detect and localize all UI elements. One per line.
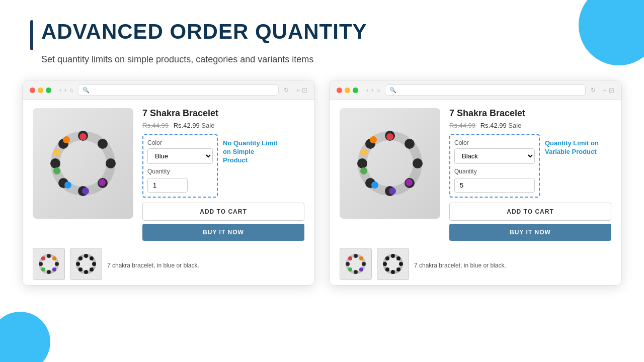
product-main-1: 7 Shakra Bracelet Rs.44.99 Rs.42.99 Sale… xyxy=(33,108,304,241)
svg-point-48 xyxy=(389,188,396,195)
menu-icon[interactable]: ⊡ xyxy=(302,86,307,94)
thumbnail-2b[interactable] xyxy=(377,248,409,280)
browser-toolbar-1: ‹ › ⌂ 🔍 ↻ + ⊡ xyxy=(23,80,314,100)
search-icon-2: 🔍 xyxy=(389,87,396,94)
product-price-2: Rs.44.99 Rs.42.99 Sale xyxy=(449,122,611,129)
browser-toolbar-actions-1: + ⊡ xyxy=(296,86,307,94)
svg-point-31 xyxy=(90,256,94,260)
add-cart-button-1[interactable]: ADD TO CART xyxy=(142,203,304,221)
svg-point-23 xyxy=(41,267,45,272)
browser-addressbar-1[interactable]: 🔍 xyxy=(78,84,279,96)
thumbnails-row-2: 7 chakra bracelet, in blue or black. xyxy=(340,248,611,280)
svg-point-24 xyxy=(52,267,56,272)
svg-point-57 xyxy=(348,267,352,272)
dot-yellow-2[interactable] xyxy=(345,87,350,93)
svg-point-53 xyxy=(346,262,350,266)
thumbnail-1a[interactable] xyxy=(33,248,65,280)
svg-point-62 xyxy=(383,262,387,266)
menu-icon-2[interactable]: ⊡ xyxy=(609,86,614,94)
dot-green-2[interactable] xyxy=(353,87,358,93)
svg-point-61 xyxy=(391,270,395,274)
buy-now-button-2[interactable]: BUY IT NOW xyxy=(449,224,611,241)
product-info-1: 7 Shakra Bracelet Rs.44.99 Rs.42.99 Sale… xyxy=(142,108,304,241)
svg-point-27 xyxy=(84,270,88,274)
price-sale-1: Rs.42.99 xyxy=(174,122,200,129)
svg-point-19 xyxy=(39,262,43,266)
new-tab-icon-2[interactable]: + xyxy=(603,86,607,94)
home-icon-2[interactable]: ⌂ xyxy=(376,86,380,94)
color-label-1: Color xyxy=(147,139,213,146)
svg-point-66 xyxy=(385,267,389,272)
product-page-1: 7 Shakra Bracelet Rs.44.99 Rs.42.99 Sale… xyxy=(23,100,314,285)
color-select-1[interactable]: Blue Black xyxy=(147,148,213,164)
dot-red-1[interactable] xyxy=(30,87,35,93)
quantity-input-2[interactable] xyxy=(454,178,535,193)
svg-point-44 xyxy=(370,136,377,143)
product-name-2: 7 Shakra Bracelet xyxy=(449,108,611,119)
svg-point-30 xyxy=(78,256,83,260)
dot-green-1[interactable] xyxy=(46,87,51,93)
svg-point-38 xyxy=(413,158,423,168)
add-cart-button-2[interactable]: ADD TO CART xyxy=(449,203,611,221)
annotation-label-2: Quantity Limit on Variable Product xyxy=(545,139,605,156)
svg-point-46 xyxy=(360,167,367,174)
new-tab-icon[interactable]: + xyxy=(296,86,300,94)
svg-point-33 xyxy=(90,267,94,272)
buy-now-button-1[interactable]: BUY IT NOW xyxy=(142,224,304,241)
svg-point-4 xyxy=(106,158,116,168)
browser-toolbar-2: ‹ › ⌂ 🔍 ↻ + ⊡ xyxy=(330,80,621,100)
svg-point-29 xyxy=(92,262,96,266)
color-select-2[interactable]: Blue Black xyxy=(454,148,535,164)
dot-red-2[interactable] xyxy=(337,87,342,93)
annotation-box-1: Color Blue Black Quantity xyxy=(142,134,218,198)
reload-icon-2[interactable]: ↻ xyxy=(591,86,596,94)
svg-point-10 xyxy=(63,136,70,143)
svg-point-60 xyxy=(391,254,395,258)
svg-point-32 xyxy=(78,267,83,272)
browser-nav-1: ‹ › ⌂ xyxy=(59,86,73,94)
product-main-2: 7 Shakra Bracelet Rs.44.99 Rs.42.99 Sale… xyxy=(340,108,611,241)
quantity-label-1: Quantity xyxy=(147,168,213,175)
quantity-section-2: Quantity xyxy=(454,168,535,193)
reload-icon-1[interactable]: ↻ xyxy=(284,86,289,94)
annotation-box-2: Color Blue Black Quantity xyxy=(449,134,540,198)
page-title: ADVANCED ORDER QUANTITY xyxy=(41,20,367,50)
dot-yellow-1[interactable] xyxy=(38,87,43,93)
browsers-container: ‹ › ⌂ 🔍 ↻ + ⊡ xyxy=(0,80,644,286)
svg-point-55 xyxy=(348,256,352,260)
price-sale-label-2: Sale xyxy=(508,122,521,129)
thumbnail-2a[interactable] xyxy=(340,248,372,280)
home-icon[interactable]: ⌂ xyxy=(69,86,73,94)
browser-nav-2: ‹ › ⌂ xyxy=(366,86,380,94)
svg-point-64 xyxy=(385,256,389,260)
product-desc-2: 7 chakra bracelet, in blue or black. xyxy=(414,262,506,269)
thumbnail-1b[interactable] xyxy=(70,248,102,280)
svg-point-26 xyxy=(84,254,88,258)
price-original-2: Rs.44.99 xyxy=(449,122,475,129)
lock-icon: 🔍 xyxy=(83,87,90,94)
svg-point-47 xyxy=(371,182,378,189)
svg-point-6 xyxy=(98,139,108,149)
color-label-2: Color xyxy=(454,139,535,146)
svg-point-56 xyxy=(359,256,363,260)
svg-point-9 xyxy=(79,133,87,140)
annotation-label-1: No Quantity Limit on Simple Product xyxy=(223,139,278,165)
back-icon[interactable]: ‹ xyxy=(59,86,61,94)
svg-point-67 xyxy=(396,267,400,272)
browser-addressbar-2[interactable]: 🔍 xyxy=(385,84,586,96)
svg-point-40 xyxy=(405,139,415,149)
browser-window-1: ‹ › ⌂ 🔍 ↻ + ⊡ xyxy=(22,80,315,286)
product-desc-1: 7 chakra bracelet, in blue or black. xyxy=(107,262,199,269)
product-image-1 xyxy=(33,108,133,219)
quantity-input-1[interactable] xyxy=(147,178,188,193)
forward-icon[interactable]: › xyxy=(64,86,66,94)
browser-dots-2 xyxy=(337,87,358,93)
back-icon-2[interactable]: ‹ xyxy=(366,86,368,94)
quantity-section-1: Quantity xyxy=(147,168,213,193)
product-image-2 xyxy=(340,108,440,219)
header-bar xyxy=(30,20,33,50)
svg-point-11 xyxy=(53,149,60,156)
forward-icon-2[interactable]: › xyxy=(371,86,373,94)
svg-point-51 xyxy=(354,254,358,258)
svg-point-18 xyxy=(47,270,51,274)
